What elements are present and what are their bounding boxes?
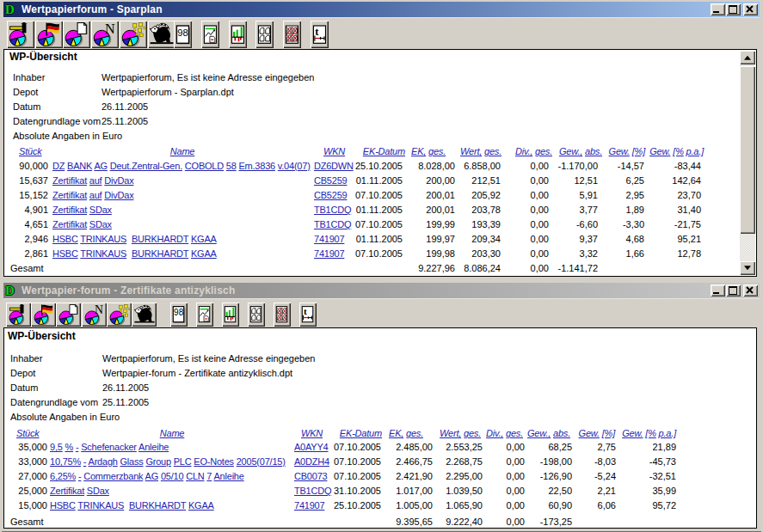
toolbar-button-doc-bar-chart[interactable] [229,21,247,48]
link-word[interactable]: SDax [87,486,109,496]
link-word[interactable]: TRINKAUS [80,248,126,259]
link-word[interactable]: % [65,442,73,452]
toolbar-button-pie-dots[interactable] [107,303,132,327]
titlebar[interactable]: D Wertpapierforum - Sparplan [3,2,760,17]
link-word[interactable]: 58 [226,161,237,171]
cell-1[interactable]: Zertifikat SDax [52,219,112,230]
toolbar-button-doc-98[interactable] [174,21,192,48]
link-word[interactable]: Stück [19,146,42,156]
link-word[interactable]: 2005(07/15) [237,456,286,467]
minimize-button[interactable] [711,3,725,15]
link-word[interactable]: Anleihe [138,442,169,452]
column-header-1[interactable]: Name [52,146,312,157]
toolbar-button-doc-pages[interactable] [248,303,265,327]
link-word[interactable]: Gew. [579,428,600,438]
scroll-down-button[interactable] [740,261,755,275]
link-word[interactable]: KGAA [191,234,217,244]
toolbar-button-pie-hammer[interactable] [6,303,31,327]
toolbar-button-doc-pages-crossed[interactable] [274,303,291,327]
column-header-0[interactable]: Stück [16,428,40,439]
cell-1[interactable]: 6,25% - Commerzbank AG 05/10 CLN 7 Anlei… [50,471,244,482]
link-word[interactable]: EO-Notes [194,456,234,467]
app-icon[interactable]: D [5,284,18,297]
toolbar-button-pie-flag[interactable] [35,21,63,48]
link-word[interactable]: 05/10 [161,471,183,481]
link-word[interactable]: SDax [89,219,112,229]
link-word[interactable]: 9,5 [50,442,63,452]
link-word[interactable]: KGAA [191,248,217,259]
toolbar-button-pie-letter-n[interactable] [82,303,107,327]
link-word[interactable]: Gew. [649,146,670,156]
link-word[interactable]: EK, [389,428,403,438]
cell-1[interactable]: HSBC TRINKAUS BURKHARDT KGAA [52,234,217,245]
link-word[interactable]: [% [645,428,655,438]
link-word[interactable]: Em.3836 [238,161,275,171]
cell-1[interactable]: HSBC TRINKAUS BURKHARDT KGAA [52,248,217,260]
link-word[interactable]: BURKHARDT [132,234,188,244]
toolbar-button-doc-timeline[interactable] [311,21,329,48]
cell-1[interactable]: HSBC TRINKAUS BURKHARDT KGAA [50,500,214,511]
toolbar-button-doc-98[interactable] [170,303,188,327]
toolbar-button-pie-document[interactable] [63,21,90,48]
cell-1[interactable]: Zertifikat SDax [50,486,109,497]
link-word[interactable]: 6,25% [50,471,76,481]
cell-1[interactable]: Zertifikat SDax [52,205,112,216]
toolbar-button-pie-flag[interactable] [31,303,56,327]
link-word[interactable]: Gew. [622,428,643,438]
link-word[interactable]: TRINKAUS [77,500,124,511]
link-word[interactable]: KGAA [188,500,214,511]
toolbar-button-pie-letter-n[interactable] [91,21,119,48]
scroll-thumb[interactable] [740,66,755,234]
link-word[interactable]: BANK [67,161,92,171]
link-word[interactable]: Schefenacker [81,442,137,452]
cell-1[interactable]: DZ BANK AG Deut.Zentral-Gen. COBOLD 58 E… [52,161,311,172]
link-word[interactable]: Group [145,456,170,467]
link-word[interactable]: auf [89,175,102,186]
link-word[interactable]: BURKHARDT [129,500,186,511]
link-word[interactable]: - [76,442,78,452]
link-word[interactable]: Zertifikat [52,219,87,229]
toolbar-button-rat[interactable] [132,303,157,327]
link-word[interactable]: DivDax [104,175,133,186]
link-word[interactable]: PLC [174,456,192,467]
link-word[interactable]: Commerzbank [83,471,143,481]
link-word[interactable]: TRINKAUS [80,234,126,244]
link-word[interactable]: AG [145,471,158,481]
cell-1[interactable]: 9,5 % - Schefenacker Anleihe [50,442,169,453]
column-header-1[interactable]: Name [50,428,294,439]
cell-1[interactable]: Zertifikat auf DivDax [52,190,133,201]
toolbar-button-doc-pages[interactable] [255,21,274,48]
link-word[interactable]: BURKHARDT [132,248,188,259]
link-word[interactable]: Ardagh [89,456,118,467]
link-word[interactable]: AG [94,161,107,171]
link-word[interactable]: CLN [186,471,204,481]
link-word[interactable]: 7 [206,471,212,481]
app-icon[interactable]: D [5,3,18,16]
link-word[interactable]: auf [89,190,102,200]
column-header-0[interactable]: Stück [19,146,42,157]
minimize-button[interactable] [711,284,725,297]
close-button[interactable] [743,3,758,15]
toolbar-button-doc-timeline[interactable] [299,303,317,327]
toolbar-button-doc-pages-crossed[interactable] [283,21,301,48]
link-word[interactable]: [% [673,146,683,156]
link-word[interactable]: Zertifikat [52,205,87,215]
link-word[interactable]: - [83,456,86,467]
link-word[interactable]: Zertifikat [52,175,87,186]
column-header-9[interactable]: Gew. [% p.a.] [599,428,676,439]
toolbar-button-rat[interactable] [148,21,175,48]
link-word[interactable]: HSBC [50,500,76,511]
column-header-9[interactable]: Gew. [% p.a.] [626,146,704,157]
link-word[interactable]: Deut.Zentral-Gen. [110,161,182,171]
cell-1[interactable]: Zertifikat auf DivDax [52,175,133,187]
link-word[interactable]: Name [160,428,185,438]
toolbar-button-doc-bar-chart[interactable] [222,303,239,327]
toolbar-button-doc-line-chart[interactable] [201,21,219,48]
link-word[interactable]: Glass [120,456,144,467]
maximize-button[interactable] [726,284,741,297]
link-word[interactable]: - [78,471,81,481]
link-word[interactable]: 10,75% [50,456,81,467]
close-button[interactable] [743,284,758,297]
link-word[interactable]: HSBC [52,248,78,259]
link-word[interactable]: p.a.] [659,428,676,438]
